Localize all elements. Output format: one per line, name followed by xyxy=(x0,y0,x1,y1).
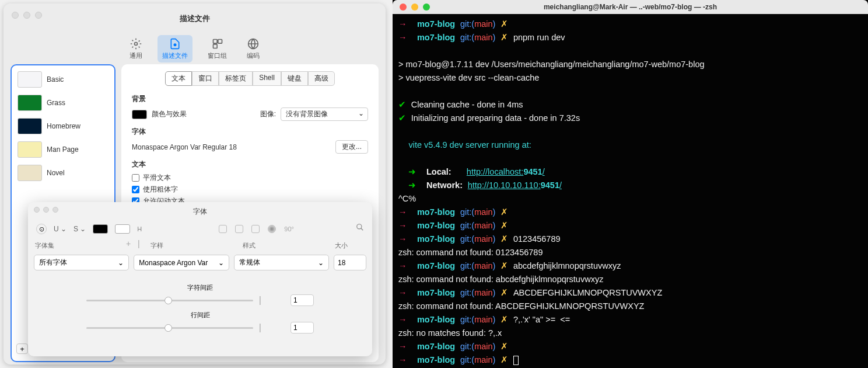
toolbar: 通用 描述文件 窗口组 编码 xyxy=(4,34,386,64)
toolbar-encoding[interactable]: 编码 xyxy=(242,35,264,63)
tab-tabs[interactable]: 标签页 xyxy=(219,71,253,86)
svg-point-1 xyxy=(174,44,176,46)
col-family: 字体集 xyxy=(34,239,121,252)
tab-text[interactable]: 文本 xyxy=(165,71,192,86)
terminal-titlebar: meichangliang@Mark-Air — ..-web/mo7-blog… xyxy=(393,0,868,14)
bg-color-pick[interactable] xyxy=(115,224,130,234)
font-panel-title: 字体 xyxy=(28,202,372,221)
font-value: Monaspace Argon Var Regular 18 xyxy=(132,143,237,151)
shadow-3[interactable] xyxy=(251,225,260,233)
toolbar-general[interactable]: 通用 xyxy=(125,35,147,63)
style-select[interactable]: 常规体⌄ xyxy=(234,255,329,270)
windows-icon xyxy=(211,37,224,50)
bg-color-swatch[interactable] xyxy=(132,110,147,119)
size-input[interactable] xyxy=(334,255,366,270)
traffic-lights[interactable] xyxy=(12,12,42,19)
cursor xyxy=(513,356,519,365)
terminal-body[interactable]: → mo7-blog git:(main) ✗ → mo7-blog git:(… xyxy=(393,14,868,368)
terminal-app: meichangliang@Mark-Air — ..-web/mo7-blog… xyxy=(393,0,868,368)
action-menu[interactable]: ⊙ xyxy=(36,224,47,234)
image-label: 图像: xyxy=(260,109,276,119)
titlebar: 描述文件 xyxy=(4,4,386,34)
window-title: 描述文件 xyxy=(180,13,210,24)
sub-tabs: 文本 窗口 标签页 Shell 键盘 高级 xyxy=(132,71,368,86)
family-select[interactable]: 所有字体⌄ xyxy=(34,255,129,270)
char-spacing-slider[interactable] xyxy=(86,300,253,301)
line-spacing-label: 行间距 xyxy=(86,311,314,320)
section-background: 背景 xyxy=(132,94,368,104)
shadow-angle[interactable] xyxy=(268,225,276,233)
smooth-text-checkbox[interactable] xyxy=(132,174,139,182)
typeface-select[interactable]: Monaspace Argon Var⌄ xyxy=(134,255,229,270)
globe-icon xyxy=(247,37,260,50)
color-effect-label: 颜色与效果 xyxy=(152,109,187,119)
rotation-label: 90° xyxy=(284,225,294,232)
add-family-icon[interactable]: + xyxy=(126,239,133,252)
svg-rect-2 xyxy=(213,40,217,44)
strike-menu[interactable]: S ⌄ xyxy=(74,225,86,233)
toolbar-profiles[interactable]: 描述文件 xyxy=(158,35,192,63)
line-spacing-input[interactable] xyxy=(290,322,314,334)
gear-icon xyxy=(130,37,142,50)
underline-menu[interactable]: U ⌄ xyxy=(54,225,66,233)
svg-point-0 xyxy=(135,43,138,46)
profile-icon xyxy=(169,37,181,50)
add-profile-button[interactable]: + xyxy=(16,343,28,354)
char-spacing-label: 字符间距 xyxy=(86,283,314,292)
terminal-title: meichangliang@Mark-Air — ..-web/mo7-blog… xyxy=(544,3,717,11)
col-size: 大小 xyxy=(334,239,366,252)
profile-manpage[interactable]: Man Page xyxy=(14,138,112,161)
change-font-button[interactable]: 更改... xyxy=(335,140,368,154)
profile-basic[interactable]: Basic xyxy=(14,68,112,91)
shadow-2[interactable] xyxy=(235,225,243,233)
font-panel-traffic[interactable] xyxy=(34,207,58,213)
section-font: 字体 xyxy=(132,127,368,137)
section-text: 文本 xyxy=(132,159,368,169)
preferences-app: 描述文件 通用 描述文件 窗口组 xyxy=(0,0,393,368)
line-spacing-slider[interactable] xyxy=(86,327,253,329)
tab-shell[interactable]: Shell xyxy=(253,71,281,86)
profile-novel[interactable]: Novel xyxy=(14,161,112,185)
svg-point-6 xyxy=(357,224,362,229)
tab-advanced[interactable]: 高级 xyxy=(308,71,335,86)
col-typeface: 字样 xyxy=(149,239,237,252)
tab-window[interactable]: 窗口 xyxy=(192,71,219,86)
bold-font-checkbox[interactable] xyxy=(132,186,139,193)
toolbar-groups[interactable]: 窗口组 xyxy=(203,35,232,63)
h-button[interactable]: H xyxy=(137,225,142,232)
profile-homebrew[interactable]: Homebrew xyxy=(14,114,112,138)
char-spacing-input[interactable] xyxy=(290,294,314,306)
font-panel: 字体 ⊙ U ⌄ S ⌄ H 90° 字体集 + | 字样 样式 xyxy=(28,202,372,356)
shadow-1[interactable] xyxy=(219,225,227,233)
bg-image-select[interactable]: 没有背景图像 ⌄ xyxy=(281,107,368,121)
tab-keyboard[interactable]: 键盘 xyxy=(281,71,308,86)
terminal-traffic[interactable] xyxy=(400,4,430,11)
svg-rect-4 xyxy=(213,44,217,48)
text-color-pick[interactable] xyxy=(93,224,108,234)
search-icon[interactable] xyxy=(356,223,364,234)
col-style: 样式 xyxy=(242,239,329,252)
font-panel-toolbar: ⊙ U ⌄ S ⌄ H 90° xyxy=(28,221,372,237)
profile-grass[interactable]: Grass xyxy=(14,91,112,114)
svg-rect-3 xyxy=(218,40,222,44)
